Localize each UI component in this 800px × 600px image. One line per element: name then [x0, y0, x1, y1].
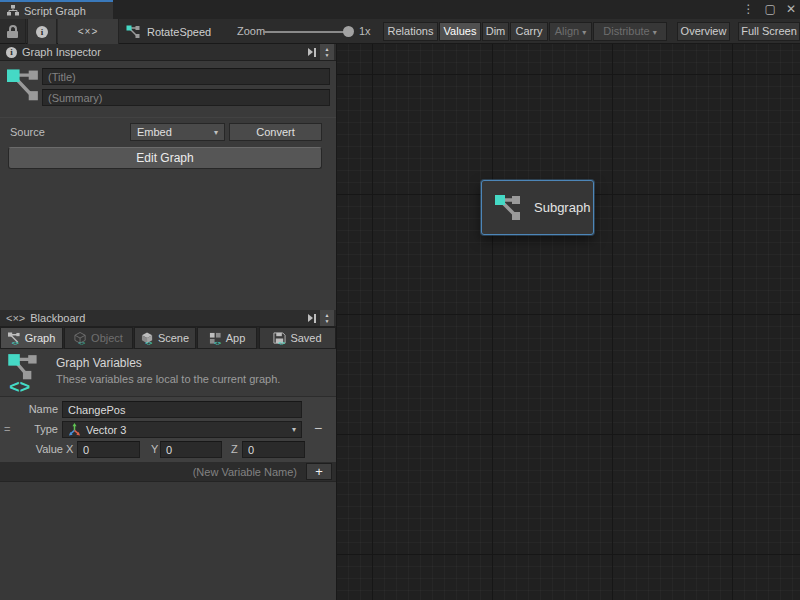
drag-handle-icon[interactable]: =: [4, 421, 10, 438]
new-variable-row: +: [0, 462, 336, 482]
app-icon: <>: [209, 332, 222, 345]
edit-graph-button[interactable]: Edit Graph: [8, 147, 322, 169]
tab-saved[interactable]: <> Saved: [259, 327, 336, 349]
graph-inspector-header: i Graph Inspector ▲ ▼: [0, 44, 336, 61]
caret-down-icon: ▾: [582, 28, 586, 37]
graph-variables-icon: <>: [8, 352, 40, 394]
add-variable-button[interactable]: +: [306, 463, 332, 480]
y-axis-label: Y: [151, 441, 158, 458]
graph-title-input[interactable]: [42, 68, 330, 85]
caret-down-icon: ▾: [214, 128, 218, 137]
blackboard-header: <×> Blackboard ▲ ▼: [0, 310, 336, 327]
scene-icon: <>: [141, 332, 154, 345]
tab-graph[interactable]: <> Graph: [0, 327, 63, 349]
lock-icon: [7, 25, 18, 38]
dock-panel-icon[interactable]: [308, 48, 316, 57]
maximize-icon[interactable]: ▢: [765, 0, 776, 19]
convert-button[interactable]: Convert: [229, 123, 322, 141]
zoom-slider[interactable]: [263, 31, 352, 33]
graph-node-icon: [126, 25, 141, 39]
graph-variables-section: <> Graph Variables These variables are l…: [0, 349, 336, 396]
svg-text:<>: <>: [145, 340, 153, 345]
panel-scroll-spinner[interactable]: ▲ ▼: [320, 310, 334, 326]
zoom-slider-knob[interactable]: [343, 26, 354, 37]
graph-inspector-body: Source Embed ▾ Convert Edit Graph: [0, 61, 336, 310]
zoom-label: Zoom: [237, 19, 265, 44]
source-label: Source: [10, 123, 45, 141]
relations-button[interactable]: Relations: [383, 22, 438, 41]
remove-variable-button[interactable]: −: [308, 419, 328, 438]
dock-panel-icon[interactable]: [308, 314, 316, 323]
values-button[interactable]: Values: [439, 22, 481, 41]
value-y-input[interactable]: [160, 441, 222, 458]
tab-label: Script Graph: [24, 5, 86, 17]
close-icon[interactable]: ✕: [786, 0, 796, 19]
full-screen-button[interactable]: Full Screen: [738, 22, 800, 41]
graph-hierarchy-icon: [7, 5, 19, 16]
tab-script-graph[interactable]: Script Graph: [0, 0, 113, 19]
floppy-save-icon: <>: [273, 332, 286, 345]
graph-tab-icon: <>: [8, 332, 21, 345]
value-z-input[interactable]: [242, 441, 305, 458]
graph-variables-subtitle: These variables are local to the current…: [56, 373, 280, 385]
align-dropdown-button[interactable]: Align▾: [549, 22, 592, 41]
carry-button[interactable]: Carry: [510, 22, 548, 41]
svg-text:<>: <>: [9, 377, 30, 394]
variable-row: Name = Type Vector 3 ▾ − Value X Y Z: [0, 396, 336, 462]
variable-name-input[interactable]: [62, 401, 302, 418]
spinner-down-icon: ▼: [325, 319, 330, 324]
inspector-toggle-button[interactable]: i: [27, 19, 57, 44]
x-axis-label: X: [66, 441, 73, 458]
graph-canvas[interactable]: Subgraph: [337, 44, 800, 600]
name-label: Name: [18, 401, 58, 418]
zoom-value: 1x: [359, 19, 371, 44]
new-variable-name-input[interactable]: [56, 463, 302, 480]
panel-scroll-spinner[interactable]: ▲ ▼: [320, 44, 334, 60]
caret-down-icon: ▾: [653, 28, 657, 37]
spinner-up-icon: ▲: [325, 47, 330, 52]
value-x-input[interactable]: [77, 441, 140, 458]
breadcrumb-label: RotateSpeed: [147, 26, 211, 38]
svg-text:<>: <>: [278, 340, 286, 345]
node-label: Subgraph: [534, 200, 590, 215]
tab-app[interactable]: <> App: [197, 327, 257, 349]
svg-text:<>: <>: [78, 340, 86, 345]
vector3-icon: [68, 423, 81, 436]
lock-button[interactable]: [0, 19, 26, 44]
dim-button[interactable]: Dim: [482, 22, 509, 41]
svg-text:<>: <>: [214, 340, 222, 345]
breadcrumb[interactable]: RotateSpeed: [126, 19, 211, 44]
variables-icon: <×>: [78, 26, 99, 37]
spinner-down-icon: ▼: [325, 53, 330, 58]
kebab-menu-icon[interactable]: ⋮: [743, 0, 755, 19]
graph-variables-title: Graph Variables: [56, 356, 142, 370]
graph-node-icon: [7, 67, 39, 105]
blackboard-toggle-button[interactable]: <×>: [58, 19, 119, 44]
blackboard-title: Blackboard: [30, 312, 85, 324]
graph-inspector-title: Graph Inspector: [22, 46, 101, 58]
tab-object[interactable]: <> Object: [64, 327, 133, 349]
variable-type-dropdown[interactable]: Vector 3 ▾: [62, 421, 302, 438]
caret-down-icon: ▾: [292, 425, 296, 434]
distribute-dropdown-button[interactable]: Distribute▾: [593, 22, 667, 41]
info-icon: i: [6, 47, 17, 58]
blackboard-tabs: <> Graph <> Object <> Scene: [0, 327, 336, 349]
subgraph-node-icon: [494, 194, 524, 222]
source-dropdown[interactable]: Embed ▾: [130, 123, 225, 141]
type-label: Type: [18, 421, 58, 438]
window-controls: ⋮ ▢ ✕: [743, 0, 796, 19]
value-label: Value: [18, 441, 63, 458]
title-bar: Script Graph ⋮ ▢ ✕: [0, 0, 800, 19]
divider: [0, 117, 336, 118]
blackboard-empty-area: [0, 482, 336, 600]
svg-text:<>: <>: [11, 340, 19, 345]
graph-summary-input[interactable]: [42, 89, 330, 106]
overview-button[interactable]: Overview: [677, 22, 730, 41]
z-axis-label: Z: [231, 441, 238, 458]
graph-toolbar: i <×> RotateSpeed Zoom 1x Relations Valu…: [0, 19, 800, 44]
blackboard-variables-icon: <×>: [6, 312, 25, 324]
object-cube-icon: <>: [74, 332, 87, 345]
tab-scene[interactable]: <> Scene: [134, 327, 196, 349]
subgraph-node[interactable]: Subgraph: [481, 180, 594, 235]
script-graph-window: Script Graph ⋮ ▢ ✕ i <×> RotateSpeed Z: [0, 0, 800, 600]
